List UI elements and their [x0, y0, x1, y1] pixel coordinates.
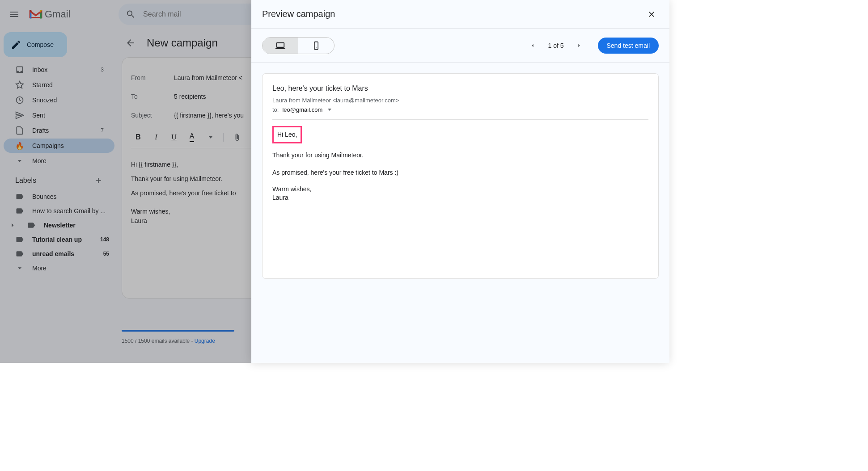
- preview-body: Hi Leo, Thank your for using Mailmeteor.…: [272, 120, 648, 202]
- email-preview: Leo, here's your ticket to Mars Laura fr…: [262, 73, 659, 279]
- prev-button[interactable]: [526, 39, 539, 52]
- svg-rect-3: [314, 42, 318, 49]
- device-toggle: [262, 37, 334, 54]
- mobile-view-button[interactable]: [298, 38, 334, 54]
- chevron-left-icon: [529, 42, 536, 49]
- preview-from: Laura from Mailmeteor <laura@mailmeteor.…: [272, 97, 648, 104]
- send-test-label: Send test email: [607, 42, 650, 49]
- close-icon: [647, 10, 656, 19]
- desktop-view-button[interactable]: [263, 38, 298, 54]
- svg-point-4: [316, 47, 317, 48]
- highlighted-greeting: Hi Leo,: [272, 126, 302, 143]
- close-button[interactable]: [644, 7, 659, 21]
- panel-title: Preview campaign: [262, 9, 335, 19]
- send-test-email-button[interactable]: Send test email: [598, 38, 659, 54]
- preview-subject: Leo, here's your ticket to Mars: [272, 84, 648, 93]
- chevron-right-icon: [576, 42, 582, 49]
- preview-line: Warm wishes,: [272, 185, 648, 194]
- page-indicator: 1 of 5: [548, 42, 563, 49]
- preview-line: Thank your for using Mailmeteor.: [272, 150, 648, 161]
- preview-line: As promised, here's your free ticket to …: [272, 167, 648, 178]
- laptop-icon: [275, 41, 285, 50]
- preview-to-value[interactable]: leo@gmail.com: [282, 106, 322, 113]
- smartphone-icon: [312, 41, 321, 50]
- next-button[interactable]: [573, 39, 585, 52]
- preview-panel: Preview campaign 1 of 5: [251, 0, 669, 363]
- recipient-dropdown-icon[interactable]: [328, 109, 331, 111]
- preview-to-label: to:: [272, 106, 279, 113]
- preview-line: Laura: [272, 193, 648, 202]
